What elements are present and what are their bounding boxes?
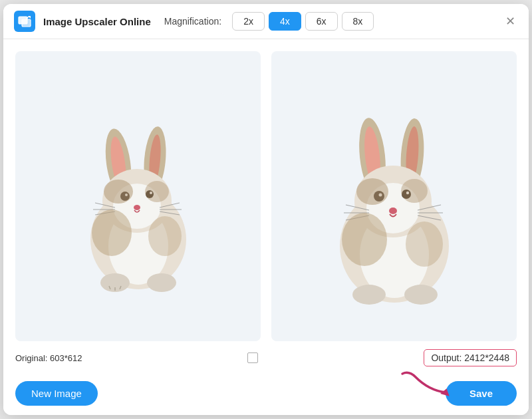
svg-point-51 bbox=[352, 285, 386, 305]
new-image-button[interactable]: New Image bbox=[15, 381, 98, 406]
bottom-bar: New Image Save bbox=[3, 374, 529, 415]
svg-point-52 bbox=[404, 285, 438, 305]
original-image-panel bbox=[15, 51, 261, 341]
save-button[interactable]: Save bbox=[446, 381, 517, 406]
app-window: Image Upscaler Online Magnification: 2x … bbox=[3, 4, 529, 415]
svg-point-60 bbox=[406, 221, 443, 267]
original-rabbit-image bbox=[52, 93, 225, 299]
output-dimensions: Output: 2412*2448 bbox=[424, 349, 517, 366]
svg-point-50 bbox=[401, 179, 428, 203]
svg-point-21 bbox=[145, 181, 169, 202]
magnification-buttons: 2x 4x 6x 8x bbox=[232, 12, 374, 31]
svg-rect-1 bbox=[22, 19, 31, 27]
main-content bbox=[3, 39, 529, 341]
svg-point-48 bbox=[389, 208, 397, 214]
upscaled-image-panel bbox=[271, 51, 517, 341]
svg-point-49 bbox=[356, 178, 388, 205]
svg-point-33 bbox=[92, 210, 132, 256]
original-dimensions: Original: 603*612 bbox=[15, 353, 82, 363]
svg-point-19 bbox=[134, 205, 140, 210]
close-button[interactable]: ✕ bbox=[503, 14, 518, 29]
svg-point-23 bbox=[147, 273, 176, 292]
app-title: Image Upscaler Online bbox=[43, 16, 151, 27]
svg-point-59 bbox=[342, 213, 387, 266]
svg-point-34 bbox=[148, 216, 182, 256]
mag-4x-button[interactable]: 4x bbox=[269, 12, 301, 31]
footer-info: Original: 603*612 Output: 2412*2448 bbox=[3, 341, 529, 374]
app-logo bbox=[14, 11, 35, 32]
mag-2x-button[interactable]: 2x bbox=[232, 12, 265, 31]
logo-icon bbox=[17, 14, 32, 29]
divider-icon bbox=[247, 352, 258, 363]
upscaled-rabbit-image bbox=[298, 83, 491, 309]
mag-8x-button[interactable]: 8x bbox=[342, 12, 374, 31]
mag-6x-button[interactable]: 6x bbox=[305, 12, 338, 31]
title-bar: Image Upscaler Online Magnification: 2x … bbox=[3, 4, 529, 39]
svg-point-20 bbox=[104, 180, 133, 204]
magnification-label: Magnification: bbox=[164, 16, 221, 27]
